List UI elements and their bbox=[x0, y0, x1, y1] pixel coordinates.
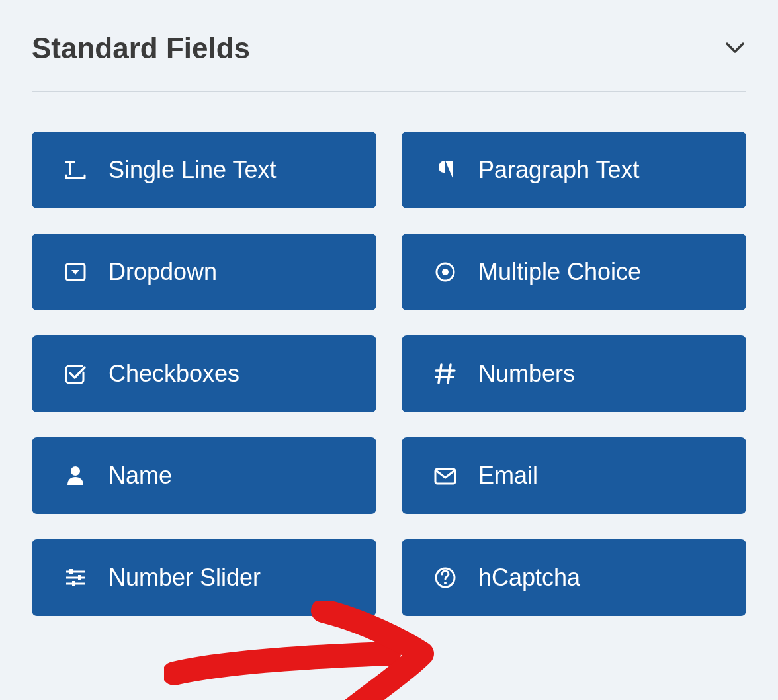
fields-grid: Single Line Text Paragraph Text Dropdown… bbox=[32, 132, 746, 616]
field-label: Multiple Choice bbox=[478, 258, 641, 286]
field-label: Number Slider bbox=[108, 564, 261, 591]
svg-rect-8 bbox=[78, 575, 81, 580]
radio-icon bbox=[433, 260, 457, 284]
field-email[interactable]: Email bbox=[402, 437, 746, 514]
chevron-down-icon[interactable] bbox=[724, 37, 746, 60]
field-label: Email bbox=[478, 462, 538, 490]
checkbox-icon bbox=[64, 362, 87, 386]
svg-point-2 bbox=[442, 269, 449, 275]
envelope-icon bbox=[433, 464, 457, 488]
svg-point-3 bbox=[71, 466, 80, 476]
section-title: Standard Fields bbox=[32, 32, 250, 65]
field-paragraph-text[interactable]: Paragraph Text bbox=[402, 132, 746, 208]
field-label: Single Line Text bbox=[108, 156, 277, 184]
text-input-icon bbox=[64, 158, 87, 182]
svg-rect-6 bbox=[69, 569, 73, 574]
field-checkboxes[interactable]: Checkboxes bbox=[32, 335, 376, 412]
svg-rect-10 bbox=[72, 581, 75, 586]
field-label: Numbers bbox=[478, 360, 575, 388]
question-circle-icon bbox=[433, 566, 457, 590]
sliders-icon bbox=[64, 566, 87, 590]
dropdown-icon bbox=[64, 260, 87, 284]
field-dropdown[interactable]: Dropdown bbox=[32, 234, 376, 310]
user-icon bbox=[64, 464, 87, 488]
field-numbers[interactable]: Numbers bbox=[402, 335, 746, 412]
section-header[interactable]: Standard Fields bbox=[32, 32, 746, 92]
field-label: Dropdown bbox=[108, 258, 217, 286]
field-label: Name bbox=[108, 462, 172, 490]
field-number-slider[interactable]: Number Slider bbox=[32, 539, 376, 616]
field-label: Paragraph Text bbox=[478, 156, 640, 184]
field-single-line-text[interactable]: Single Line Text bbox=[32, 132, 376, 208]
svg-point-12 bbox=[444, 582, 447, 584]
field-multiple-choice[interactable]: Multiple Choice bbox=[402, 234, 746, 310]
paragraph-icon bbox=[433, 158, 457, 182]
field-name[interactable]: Name bbox=[32, 437, 376, 514]
hash-icon bbox=[433, 362, 457, 386]
field-label: hCaptcha bbox=[478, 564, 580, 591]
field-label: Checkboxes bbox=[108, 360, 239, 388]
field-hcaptcha[interactable]: hCaptcha bbox=[402, 539, 746, 616]
